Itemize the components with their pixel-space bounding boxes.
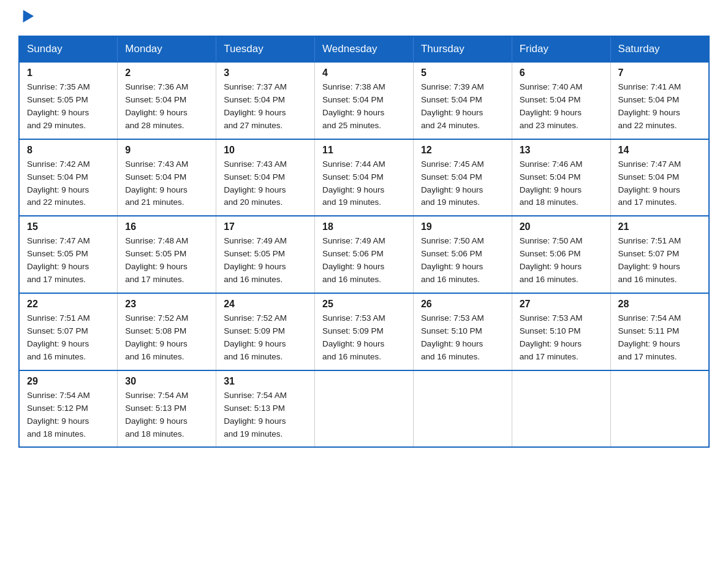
day-info: Sunrise: 7:38 AMSunset: 5:04 PMDaylight:… <box>322 81 406 132</box>
day-info: Sunrise: 7:45 AMSunset: 5:04 PMDaylight:… <box>421 158 504 210</box>
calendar-day-cell: 13 Sunrise: 7:46 AMSunset: 5:04 PMDaylig… <box>512 139 610 216</box>
calendar-day-cell: 3 Sunrise: 7:37 AMSunset: 5:04 PMDayligh… <box>216 62 315 139</box>
calendar-day-cell: 11 Sunrise: 7:44 AMSunset: 5:04 PMDaylig… <box>315 139 414 216</box>
calendar-day-cell: 23 Sunrise: 7:52 AMSunset: 5:08 PMDaylig… <box>118 293 216 370</box>
day-info: Sunrise: 7:37 AMSunset: 5:04 PMDaylight:… <box>224 81 307 132</box>
calendar-week-row: 8 Sunrise: 7:42 AMSunset: 5:04 PMDayligh… <box>19 139 709 216</box>
day-info: Sunrise: 7:51 AMSunset: 5:07 PMDaylight:… <box>618 235 701 286</box>
day-info: Sunrise: 7:49 AMSunset: 5:06 PMDaylight:… <box>322 235 406 286</box>
day-number: 27 <box>520 299 603 310</box>
day-info: Sunrise: 7:41 AMSunset: 5:04 PMDaylight:… <box>618 81 701 132</box>
day-number: 24 <box>224 299 307 310</box>
calendar-day-cell: 27 Sunrise: 7:53 AMSunset: 5:10 PMDaylig… <box>512 293 610 370</box>
calendar-day-cell: 5 Sunrise: 7:39 AMSunset: 5:04 PMDayligh… <box>413 62 512 139</box>
day-number: 16 <box>125 221 208 232</box>
day-info: Sunrise: 7:51 AMSunset: 5:07 PMDaylight:… <box>27 312 110 364</box>
calendar-day-cell: 9 Sunrise: 7:43 AMSunset: 5:04 PMDayligh… <box>118 139 216 216</box>
calendar-day-cell: 16 Sunrise: 7:48 AMSunset: 5:05 PMDaylig… <box>118 216 216 293</box>
day-number: 6 <box>520 67 603 79</box>
calendar-day-cell: 7 Sunrise: 7:41 AMSunset: 5:04 PMDayligh… <box>610 62 709 139</box>
day-info: Sunrise: 7:50 AMSunset: 5:06 PMDaylight:… <box>520 235 603 286</box>
day-number: 14 <box>618 145 701 156</box>
day-number: 30 <box>125 376 208 387</box>
day-number: 7 <box>618 67 701 79</box>
page-header <box>18 12 710 23</box>
day-number: 5 <box>421 67 504 79</box>
day-number: 21 <box>618 221 701 232</box>
calendar-day-cell: 20 Sunrise: 7:50 AMSunset: 5:06 PMDaylig… <box>512 216 610 293</box>
day-number: 28 <box>618 299 701 310</box>
day-number: 20 <box>520 221 603 232</box>
logo-blue-text <box>18 12 32 23</box>
calendar-day-header: Friday <box>512 36 610 62</box>
day-number: 18 <box>322 221 406 232</box>
day-info: Sunrise: 7:53 AMSunset: 5:09 PMDaylight:… <box>322 312 406 364</box>
day-number: 25 <box>322 299 406 310</box>
calendar-day-header: Thursday <box>413 36 512 62</box>
day-number: 17 <box>224 221 307 232</box>
day-info: Sunrise: 7:52 AMSunset: 5:09 PMDaylight:… <box>224 312 307 364</box>
day-number: 12 <box>421 145 504 156</box>
calendar-day-cell: 30 Sunrise: 7:54 AMSunset: 5:13 PMDaylig… <box>118 370 216 448</box>
day-info: Sunrise: 7:50 AMSunset: 5:06 PMDaylight:… <box>421 235 504 286</box>
logo <box>18 12 32 23</box>
day-number: 31 <box>224 376 307 387</box>
calendar-week-row: 29 Sunrise: 7:54 AMSunset: 5:12 PMDaylig… <box>19 370 709 448</box>
calendar-week-row: 15 Sunrise: 7:47 AMSunset: 5:05 PMDaylig… <box>19 216 709 293</box>
day-info: Sunrise: 7:44 AMSunset: 5:04 PMDaylight:… <box>322 158 406 210</box>
day-info: Sunrise: 7:43 AMSunset: 5:04 PMDaylight:… <box>224 158 307 210</box>
calendar-day-cell <box>413 370 512 448</box>
calendar-day-header: Sunday <box>19 36 118 62</box>
calendar-table: SundayMondayTuesdayWednesdayThursdayFrid… <box>18 36 710 448</box>
day-info: Sunrise: 7:54 AMSunset: 5:11 PMDaylight:… <box>618 312 701 364</box>
calendar-day-header: Monday <box>118 36 216 62</box>
day-info: Sunrise: 7:40 AMSunset: 5:04 PMDaylight:… <box>520 81 603 132</box>
calendar-week-row: 22 Sunrise: 7:51 AMSunset: 5:07 PMDaylig… <box>19 293 709 370</box>
day-info: Sunrise: 7:53 AMSunset: 5:10 PMDaylight:… <box>421 312 504 364</box>
day-info: Sunrise: 7:47 AMSunset: 5:04 PMDaylight:… <box>618 158 701 210</box>
day-number: 8 <box>27 145 110 156</box>
day-number: 10 <box>224 145 307 156</box>
calendar-week-row: 1 Sunrise: 7:35 AMSunset: 5:05 PMDayligh… <box>19 62 709 139</box>
calendar-day-cell: 31 Sunrise: 7:54 AMSunset: 5:13 PMDaylig… <box>216 370 315 448</box>
day-number: 1 <box>27 67 110 79</box>
day-number: 3 <box>224 67 307 79</box>
day-info: Sunrise: 7:52 AMSunset: 5:08 PMDaylight:… <box>125 312 208 364</box>
calendar-day-cell: 24 Sunrise: 7:52 AMSunset: 5:09 PMDaylig… <box>216 293 315 370</box>
day-info: Sunrise: 7:54 AMSunset: 5:13 PMDaylight:… <box>125 389 208 441</box>
calendar-day-cell: 12 Sunrise: 7:45 AMSunset: 5:04 PMDaylig… <box>413 139 512 216</box>
day-number: 4 <box>322 67 406 79</box>
calendar-day-cell: 19 Sunrise: 7:50 AMSunset: 5:06 PMDaylig… <box>413 216 512 293</box>
calendar-day-cell: 15 Sunrise: 7:47 AMSunset: 5:05 PMDaylig… <box>19 216 118 293</box>
day-info: Sunrise: 7:36 AMSunset: 5:04 PMDaylight:… <box>125 81 208 132</box>
day-info: Sunrise: 7:54 AMSunset: 5:12 PMDaylight:… <box>27 389 110 441</box>
calendar-day-cell: 14 Sunrise: 7:47 AMSunset: 5:04 PMDaylig… <box>610 139 709 216</box>
day-info: Sunrise: 7:46 AMSunset: 5:04 PMDaylight:… <box>520 158 603 210</box>
calendar-day-cell: 17 Sunrise: 7:49 AMSunset: 5:05 PMDaylig… <box>216 216 315 293</box>
day-info: Sunrise: 7:39 AMSunset: 5:04 PMDaylight:… <box>421 81 504 132</box>
calendar-day-cell: 29 Sunrise: 7:54 AMSunset: 5:12 PMDaylig… <box>19 370 118 448</box>
calendar-day-header: Saturday <box>610 36 709 62</box>
day-info: Sunrise: 7:53 AMSunset: 5:10 PMDaylight:… <box>520 312 603 364</box>
calendar-day-cell: 25 Sunrise: 7:53 AMSunset: 5:09 PMDaylig… <box>315 293 414 370</box>
calendar-day-cell: 1 Sunrise: 7:35 AMSunset: 5:05 PMDayligh… <box>19 62 118 139</box>
day-number: 15 <box>27 221 110 232</box>
calendar-day-cell: 28 Sunrise: 7:54 AMSunset: 5:11 PMDaylig… <box>610 293 709 370</box>
day-info: Sunrise: 7:42 AMSunset: 5:04 PMDaylight:… <box>27 158 110 210</box>
day-number: 23 <box>125 299 208 310</box>
calendar-day-cell <box>512 370 610 448</box>
day-info: Sunrise: 7:35 AMSunset: 5:05 PMDaylight:… <box>27 81 110 132</box>
day-number: 9 <box>125 145 208 156</box>
calendar-day-cell: 6 Sunrise: 7:40 AMSunset: 5:04 PMDayligh… <box>512 62 610 139</box>
day-number: 19 <box>421 221 504 232</box>
calendar-day-cell: 2 Sunrise: 7:36 AMSunset: 5:04 PMDayligh… <box>118 62 216 139</box>
calendar-day-cell: 21 Sunrise: 7:51 AMSunset: 5:07 PMDaylig… <box>610 216 709 293</box>
day-info: Sunrise: 7:48 AMSunset: 5:05 PMDaylight:… <box>125 235 208 286</box>
day-number: 29 <box>27 376 110 387</box>
calendar-day-cell: 8 Sunrise: 7:42 AMSunset: 5:04 PMDayligh… <box>19 139 118 216</box>
calendar-day-cell: 18 Sunrise: 7:49 AMSunset: 5:06 PMDaylig… <box>315 216 414 293</box>
calendar-day-header: Tuesday <box>216 36 315 62</box>
day-number: 22 <box>27 299 110 310</box>
calendar-day-cell: 26 Sunrise: 7:53 AMSunset: 5:10 PMDaylig… <box>413 293 512 370</box>
logo-triangle-icon <box>18 10 34 26</box>
